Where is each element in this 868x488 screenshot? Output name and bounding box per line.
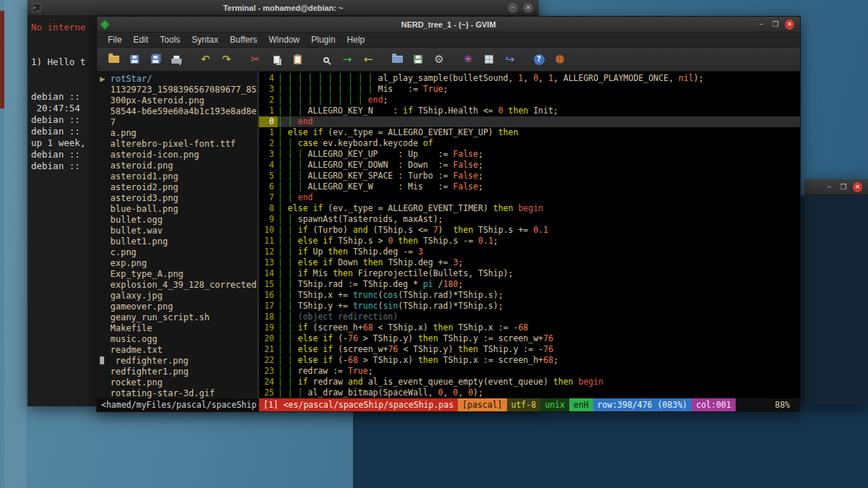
code-line[interactable]: 3│ │ │ ALLEGRO_KEY_UP : Up := False; (259, 149, 800, 160)
tree-item[interactable]: asteroid3.png (97, 193, 258, 204)
tree-item[interactable]: 11329723_1598396567089677_852 (97, 85, 258, 95)
code-line[interactable]: 9│ │ spawnAst(Tasteroids, maxAst); (259, 214, 800, 225)
tree-item[interactable]: blue-ball.png (97, 204, 258, 215)
tree-item[interactable]: 300px-Asteroid.png (97, 95, 258, 106)
code-line[interactable]: 6│ │ │ ALLEGRO_KEY_W : Mis := False; (259, 181, 800, 192)
tree-item[interactable]: asteroid1.png (97, 171, 258, 182)
help-button[interactable]: ? (529, 50, 548, 69)
menu-syntax[interactable]: Syntax (187, 33, 224, 46)
tree-item[interactable]: 7 (97, 117, 258, 128)
tree-item[interactable]: readme.txt (97, 345, 258, 356)
code-line[interactable]: 17│ │ TShip.y += trunc(sin(TShip.rad)*TS… (259, 301, 800, 312)
tree-item[interactable]: music.ogg (97, 334, 258, 345)
save-session-button[interactable] (409, 50, 427, 69)
code-line[interactable]: 24│ │ if redraw and al_is_event_queue_em… (259, 377, 800, 388)
tree-item[interactable]: a.png (97, 128, 258, 139)
cut-button[interactable]: ✂ (246, 50, 265, 69)
find-help-button[interactable] (550, 50, 569, 69)
side-window-close-button[interactable]: ✕ (853, 182, 862, 192)
code-line[interactable]: 7│ │ end (259, 192, 800, 203)
gvim-maximize-button[interactable]: ❐ (771, 20, 780, 30)
gvim-close-button[interactable]: ✕ (785, 20, 794, 30)
code-line[interactable]: 22│ │ else if (-68 > TShip.x) then TShip… (259, 355, 800, 366)
code-line[interactable]: 12│ │ if Up then TShip.deg -= 3 (259, 247, 800, 257)
terminal-close-button[interactable]: ✕ (523, 3, 533, 13)
code-line[interactable]: 21│ │ else if (screen_w+76 < TShip.y) th… (259, 344, 800, 355)
tag-jump-button[interactable]: ↪ (501, 50, 519, 69)
tree-item[interactable]: asteroid2.png (97, 182, 258, 193)
code-line[interactable]: 8│ else if (ev._type = ALLEGRO_EVENT_TIM… (259, 203, 800, 214)
code-line[interactable]: 2│ │ │ │ │ │ │ │ │ end; (259, 95, 800, 106)
code-line[interactable]: 1│ else if (ev._type = ALLEGRO_EVENT_KEY… (259, 127, 800, 138)
tree-item[interactable]: galaxy.jpg (97, 291, 258, 301)
menu-tools[interactable]: Tools (155, 33, 185, 46)
terminal-titlebar[interactable]: >_ Terminal - mohamed@debian: ~ − ✕ (27, 0, 539, 16)
gvim-minimize-button[interactable]: − (757, 20, 766, 30)
tree-item[interactable]: asteroid.png (97, 160, 258, 171)
tree-item[interactable]: rotating-star-3d.gif (97, 388, 258, 398)
tree-item[interactable]: rocket.png (97, 377, 258, 388)
menu-window[interactable]: Window (264, 33, 305, 46)
save-all-button[interactable] (146, 50, 165, 69)
undo-button[interactable]: ↶ (196, 50, 215, 69)
tree-item[interactable]: alterebro-pixel-font.ttf (97, 139, 258, 150)
tree-item[interactable]: c.png (97, 247, 258, 258)
code-line[interactable]: 5│ │ │ ALLEGRO_KEY_SPACE : Turbo := Fals… (259, 171, 800, 181)
code-line[interactable]: 10│ │ if (Turbo) and (TShip.s <= 7) then… (259, 225, 800, 236)
menu-buffers[interactable]: Buffers (225, 33, 263, 46)
terminal-minimize-button[interactable]: − (508, 3, 518, 13)
side-window-maximize-button[interactable]: ❐ (839, 182, 848, 192)
paste-button[interactable] (288, 50, 307, 69)
tree-item[interactable]: exp.png (97, 258, 258, 269)
menu-edit[interactable]: Edit (128, 33, 153, 46)
find-next-button[interactable]: → (338, 50, 357, 69)
tree-item[interactable]: geany_run_script.sh (97, 312, 258, 323)
menu-plugin[interactable]: Plugin (306, 33, 340, 46)
code-line[interactable]: 23│ │ redraw := True; (259, 366, 800, 377)
make-button[interactable]: ✳ (459, 50, 477, 69)
side-window-minimize-button[interactable]: − (825, 182, 834, 192)
tree-item[interactable]: bullet.ogg (97, 215, 258, 226)
code-line[interactable]: 16│ │ TShip.x += trunc(cos(TShip.rad)*TS… (259, 290, 800, 301)
indent-guide: │ │ (278, 322, 298, 333)
tree-item[interactable]: explosion_4_39_128_corrected. (97, 280, 258, 291)
code-line[interactable]: 14│ │ if Mis then Fireprojectile(Bullets… (259, 268, 800, 279)
code-line[interactable]: 18│ │ (object redirection) (259, 312, 800, 322)
code-line[interactable]: 20│ │ else if (-76 > TShip.y) then TShip… (259, 333, 800, 344)
run-script-button[interactable]: ⚙ (430, 50, 448, 69)
tree-item[interactable]: redfighter1.png (97, 367, 258, 377)
redo-button[interactable]: ↷ (217, 50, 236, 69)
tree-item[interactable]: ▶ rotStar/ (97, 74, 258, 85)
code-line[interactable]: 11│ │ else if TShip.s > 0 then TShip.s -… (259, 236, 800, 247)
menu-help[interactable]: Help (342, 33, 370, 46)
code-line[interactable]: 25│ │ │ al_draw_bitmap(SpaceWall, 0, 0, … (259, 388, 800, 398)
code-line[interactable]: 4│ │ │ ALLEGRO_KEY_DOWN : Down := False; (259, 160, 800, 171)
code-line[interactable]: 1│ │ │ ALLEGRO_KEY_N : if TShip.Health <… (259, 106, 800, 116)
save-button[interactable] (125, 50, 144, 69)
tree-item[interactable]: gameover.png (97, 301, 258, 312)
code-line[interactable]: 0│ │ end (259, 116, 800, 127)
find-prev-button[interactable]: ← (359, 50, 378, 69)
code-line[interactable]: 3│ │ │ │ │ │ │ │ │ │ Mis := True; (259, 84, 800, 95)
tree-item[interactable]: asteroid-icon.png (97, 150, 258, 160)
side-window-titlebar[interactable]: − ❐ ✕ (804, 179, 868, 195)
tree-item[interactable]: Makefile (97, 323, 258, 334)
code-line[interactable]: 15│ │ TShip.rad := TShip.deg * pi /180; (259, 279, 800, 290)
code-line[interactable]: 4│ │ │ │ │ │ │ │ │ │ al_play_sample(bull… (259, 73, 800, 84)
open-button[interactable] (104, 50, 123, 69)
load-session-button[interactable] (388, 50, 407, 69)
tree-item[interactable]: redfighter.png (97, 356, 258, 367)
gvim-titlebar[interactable]: NERD_tree_1 - (~) - GVIM − ❐ ✕ (97, 17, 800, 33)
build-tags-button[interactable] (480, 50, 498, 69)
tree-item[interactable]: bullet.wav (97, 226, 258, 236)
menu-file[interactable]: File (103, 33, 127, 46)
code-line[interactable]: 13│ │ else if Down then TShip.deg += 3; (259, 257, 800, 268)
code-line[interactable]: 19│ │ if (screen_h+68 < TShip.x) then TS… (259, 322, 800, 333)
tree-item[interactable]: 58544-b6e59e60a4b1c193e8ad8e1 (97, 106, 258, 117)
print-button[interactable] (167, 50, 186, 69)
code-line[interactable]: 2│ │ case ev.keyboard.keycode of (259, 138, 800, 149)
copy-button[interactable] (267, 50, 286, 69)
tree-item[interactable]: bullet1.png (97, 236, 258, 247)
find-replace-button[interactable] (317, 50, 336, 69)
tree-item[interactable]: Exp_type_A.png (97, 269, 258, 280)
